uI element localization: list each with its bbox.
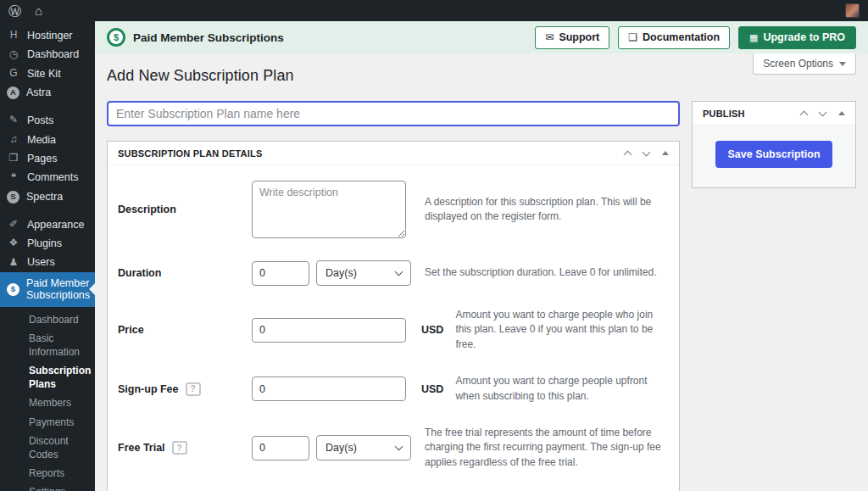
- page-body: Add New Subscription Plan SUBSCRIPTION P…: [95, 53, 868, 491]
- screen-options-button[interactable]: Screen Options: [753, 53, 856, 75]
- appearance-icon: ✐: [7, 219, 20, 231]
- signup-fee-row: Sign-up Fee ? USD Amount you want to cha…: [118, 374, 669, 404]
- label-text: Sign-up Fee: [118, 383, 179, 395]
- collapse-toggle-icon[interactable]: [662, 151, 669, 155]
- store-icon: ▦: [749, 32, 758, 43]
- subscription-plan-details-panel: SUBSCRIPTION PLAN DETAILS Description: [107, 141, 680, 491]
- avatar[interactable]: [845, 3, 860, 18]
- sidebar-item-label: Posts: [27, 114, 53, 126]
- selected-option: Day(s): [326, 267, 357, 279]
- collapse-toggle-icon[interactable]: [838, 111, 845, 115]
- envelope-icon: ✉: [545, 31, 554, 43]
- description-row: Description A description for this subsc…: [118, 181, 669, 238]
- sidebar-item-plugins[interactable]: ❖ Plugins: [0, 234, 95, 253]
- users-icon: ♟: [7, 257, 20, 269]
- publish-panel: PUBLISH Save Subscription: [692, 101, 856, 188]
- upgrade-button-label: Upgrade to PRO: [763, 31, 845, 43]
- sidebar-item-spectra[interactable]: S Spectra: [0, 187, 95, 207]
- page-title: Add New Subscription Plan: [107, 67, 856, 85]
- pages-icon: ❐: [7, 153, 20, 165]
- pms-submenu: Dashboard Basic Information Subscription…: [0, 307, 95, 491]
- sidebar-item-label: Media: [27, 134, 56, 146]
- sidebar-item-media[interactable]: ♫ Media: [0, 131, 95, 149]
- submenu-item-members[interactable]: Members: [0, 393, 95, 412]
- save-subscription-button[interactable]: Save Subscription: [715, 141, 832, 168]
- sidebar-separator: [0, 207, 95, 215]
- signup-fee-label: Sign-up Fee ?: [118, 382, 252, 396]
- price-input[interactable]: [252, 318, 406, 343]
- sidebar-item-pages[interactable]: ❐ Pages: [0, 149, 95, 168]
- plan-name-input[interactable]: [107, 101, 680, 126]
- spectra-icon: S: [7, 191, 19, 204]
- chevron-down-icon: [395, 267, 403, 276]
- duration-label: Duration: [118, 267, 252, 279]
- move-down-icon[interactable]: [643, 148, 651, 157]
- plugin-header: $ Paid Member Subscriptions ✉ Support ❏ …: [95, 21, 868, 53]
- sidebar-item-label: Comments: [27, 171, 78, 183]
- pms-icon: $: [7, 283, 19, 296]
- submenu-item-settings[interactable]: Settings: [0, 483, 95, 491]
- duration-input[interactable]: [252, 261, 309, 286]
- media-icon: ♫: [7, 134, 20, 146]
- free-trial-field-zone: Day(s): [252, 435, 413, 460]
- submenu-item-discount-codes[interactable]: Discount Codes: [0, 432, 95, 464]
- hostinger-icon: H: [7, 30, 20, 42]
- submenu-item-subscription-plans[interactable]: Subscription Plans: [0, 361, 95, 393]
- free-trial-input[interactable]: [252, 436, 309, 460]
- documentation-button[interactable]: ❏ Documentation: [618, 26, 730, 49]
- duration-row: Duration Day(s) Set the subscription dur…: [118, 260, 669, 286]
- plugins-icon: ❖: [7, 237, 20, 249]
- chevron-down-icon: [839, 62, 846, 66]
- help-tooltip-icon[interactable]: ?: [172, 441, 187, 455]
- submenu-item-basic-information[interactable]: Basic Information: [0, 329, 95, 361]
- free-trial-label: Free Trial ?: [118, 441, 252, 455]
- sidebar-item-appearance[interactable]: ✐ Appearance: [0, 215, 95, 234]
- help-tooltip-icon[interactable]: ?: [186, 382, 201, 396]
- duration-unit-select[interactable]: Day(s): [316, 260, 411, 286]
- sidebar-item-site-kit[interactable]: G Site Kit: [0, 64, 95, 83]
- upgrade-to-pro-button[interactable]: ▦ Upgrade to PRO: [738, 26, 856, 49]
- sidebar-item-label: Plugins: [27, 237, 62, 249]
- description-textarea[interactable]: [252, 181, 406, 238]
- sidebar-item-paid-member-subscriptions[interactable]: $ Paid Member Subscriptions: [0, 272, 95, 307]
- sidebar-item-comments[interactable]: ❝ Comments: [0, 168, 95, 187]
- price-row: Price USD Amount you want to charge peop…: [118, 308, 669, 352]
- wordpress-logo-icon[interactable]: Ⓦ: [8, 4, 21, 17]
- sidebar-item-users[interactable]: ♟ Users: [0, 253, 95, 271]
- label-text: Free Trial: [118, 442, 165, 454]
- side-column: PUBLISH Save Subscription: [692, 101, 856, 188]
- sidebar-item-posts[interactable]: ✎ Posts: [0, 111, 95, 130]
- move-down-icon[interactable]: [819, 109, 827, 117]
- sidebar-item-dashboard[interactable]: ◷ Dashboard: [0, 45, 95, 64]
- sidebar-item-astra[interactable]: A Astra: [0, 83, 95, 103]
- astra-icon: A: [7, 86, 19, 99]
- submenu-item-reports[interactable]: Reports: [0, 464, 95, 483]
- price-currency: USD: [421, 324, 443, 336]
- support-button[interactable]: ✉ Support: [535, 26, 609, 49]
- duration-field-zone: Day(s): [252, 260, 413, 286]
- sidebar-item-hostinger[interactable]: H Hostinger: [0, 26, 95, 45]
- move-up-icon[interactable]: [800, 111, 809, 120]
- free-trial-help: The free trial represents the amount of …: [425, 426, 669, 470]
- publish-panel-header: PUBLISH: [693, 102, 855, 126]
- move-up-icon[interactable]: [624, 151, 632, 159]
- free-trial-unit-select[interactable]: Day(s): [316, 435, 411, 460]
- sidebar-item-label: Pages: [27, 153, 57, 165]
- submenu-item-dashboard[interactable]: Dashboard: [0, 310, 95, 329]
- signup-fee-input[interactable]: [252, 377, 406, 401]
- sidebar-item-label: Hostinger: [27, 30, 73, 42]
- support-button-label: Support: [559, 31, 599, 43]
- active-menu-arrow: [89, 283, 95, 295]
- header-buttons: ✉ Support ❏ Documentation ▦ Upgrade to P…: [535, 26, 856, 49]
- sidebar-separator: [0, 103, 95, 111]
- submenu-item-payments[interactable]: Payments: [0, 413, 95, 432]
- main-column: SUBSCRIPTION PLAN DETAILS Description: [107, 101, 680, 491]
- sidebar-item-label: Users: [27, 256, 55, 268]
- publish-panel-body: Save Subscription: [693, 126, 855, 187]
- sidebar-item-label: Spectra: [26, 191, 63, 203]
- duration-help: Set the subscription duration. Leave 0 f…: [425, 265, 669, 280]
- selected-option: Day(s): [326, 442, 357, 454]
- home-icon[interactable]: ⌂: [35, 4, 42, 17]
- description-field-zone: [252, 181, 413, 238]
- sidebar-item-label: Appearance: [27, 219, 84, 231]
